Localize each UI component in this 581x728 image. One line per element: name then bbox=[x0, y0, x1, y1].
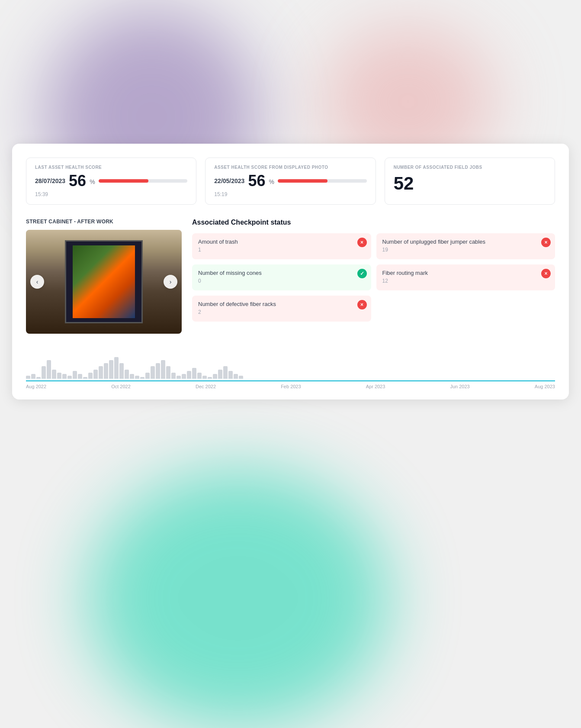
timeline-bar bbox=[125, 370, 129, 379]
chevron-left-icon: ‹ bbox=[36, 278, 39, 285]
last-health-progress-fill bbox=[99, 179, 148, 183]
timeline-labels: Aug 2022 Oct 2022 Dec 2022 Feb 2023 Apr … bbox=[26, 384, 555, 389]
checkpoint-item-cones: Number of missing cones 0 ✓ bbox=[192, 264, 371, 290]
last-health-score-card: LAST ASSET HEALTH SCORE 28/07/2023 56 % … bbox=[26, 158, 196, 205]
timeline-bar bbox=[114, 357, 119, 379]
last-health-value-row: 28/07/2023 56 % bbox=[35, 173, 187, 189]
displayed-photo-value-row: 22/05/2023 56 % bbox=[214, 173, 366, 189]
timeline-bar bbox=[62, 374, 67, 379]
checkpoint-cones-badge: ✓ bbox=[357, 269, 367, 278]
timeline-bar bbox=[171, 373, 176, 379]
last-health-date: 28/07/2023 bbox=[35, 177, 65, 184]
timeline-bar bbox=[228, 371, 233, 379]
timeline-bar bbox=[213, 374, 217, 379]
timeline-bar bbox=[67, 376, 72, 379]
checkpoint-cones-value: 0 bbox=[198, 278, 365, 284]
checkpoint-panel: Associated Checkpoint status Amount of t… bbox=[192, 219, 555, 334]
last-health-time: 15:39 bbox=[35, 191, 187, 197]
checkpoint-cones-label: Number of missing cones bbox=[198, 270, 365, 276]
checkpoint-trash-value: 1 bbox=[198, 247, 365, 253]
displayed-photo-score: 56 bbox=[248, 173, 265, 189]
checkpoint-item-unplugged: Number of unplugged fiber jumper cables … bbox=[376, 233, 555, 259]
last-health-percent: % bbox=[90, 178, 95, 185]
timeline-bar bbox=[93, 370, 98, 379]
last-health-progress bbox=[99, 179, 188, 183]
timeline-bar bbox=[161, 360, 165, 379]
timeline-bar bbox=[104, 363, 108, 379]
timeline-bar bbox=[166, 366, 170, 379]
last-health-label: LAST ASSET HEALTH SCORE bbox=[35, 165, 187, 170]
photo-carousel: ‹ › bbox=[26, 230, 182, 334]
timeline-bar bbox=[202, 376, 207, 379]
timeline-bar bbox=[208, 377, 212, 379]
timeline-bar bbox=[57, 373, 61, 379]
checkpoint-item-trash: Amount of trash 1 × bbox=[192, 233, 371, 259]
field-jobs-label: NUMBER OF ASSOCIATED FIELD JOBS bbox=[394, 165, 546, 170]
timeline-bar bbox=[31, 374, 35, 379]
displayed-photo-percent: % bbox=[269, 178, 274, 185]
field-jobs-card: NUMBER OF ASSOCIATED FIELD JOBS 52 bbox=[385, 158, 555, 205]
score-cards-row: LAST ASSET HEALTH SCORE 28/07/2023 56 % … bbox=[26, 158, 555, 205]
main-card: LAST ASSET HEALTH SCORE 28/07/2023 56 % … bbox=[12, 144, 569, 399]
checkpoint-unplugged-label: Number of unplugged fiber jumper cables bbox=[382, 238, 549, 245]
content-area: STREET CABINET - AFTER WORK ‹ › Associat… bbox=[26, 219, 555, 334]
timeline-line bbox=[26, 380, 555, 381]
timeline-bar bbox=[73, 371, 77, 379]
checkpoint-routing-label: Fiber routing mark bbox=[382, 270, 549, 276]
timeline-bar bbox=[83, 377, 87, 379]
timeline-label-aug2022: Aug 2022 bbox=[26, 384, 46, 389]
checkpoint-fiber-racks-label: Number of defective fiber racks bbox=[198, 301, 365, 307]
timeline-chart bbox=[26, 353, 555, 379]
timeline-label-apr2023: Apr 2023 bbox=[366, 384, 385, 389]
timeline-bar bbox=[197, 373, 202, 379]
timeline-label-jun2023: Jun 2023 bbox=[450, 384, 469, 389]
displayed-photo-progress bbox=[278, 179, 367, 183]
checkpoint-fiber-racks-badge: × bbox=[357, 300, 367, 309]
carousel-prev-button[interactable]: ‹ bbox=[30, 275, 44, 289]
displayed-photo-progress-fill bbox=[278, 179, 327, 183]
timeline-label-oct2022: Oct 2022 bbox=[111, 384, 131, 389]
timeline-bar bbox=[26, 376, 30, 379]
cabinet-photo bbox=[26, 230, 182, 334]
checkpoint-item-routing: Fiber routing mark 12 × bbox=[376, 264, 555, 290]
checkpoint-unplugged-value: 19 bbox=[382, 247, 549, 253]
timeline-bar bbox=[99, 366, 103, 379]
timeline-bar bbox=[192, 368, 196, 379]
bg-blob-teal bbox=[87, 468, 389, 728]
timeline-label-aug2023: Aug 2023 bbox=[535, 384, 555, 389]
timeline-bar bbox=[135, 376, 139, 379]
timeline-bar bbox=[223, 366, 228, 379]
checkpoint-fiber-racks-value: 2 bbox=[198, 309, 365, 315]
timeline-bar bbox=[156, 363, 160, 379]
last-health-score: 56 bbox=[69, 173, 86, 189]
photo-panel-title: STREET CABINET - AFTER WORK bbox=[26, 219, 182, 225]
timeline-bar bbox=[187, 371, 191, 379]
timeline: Aug 2022 Oct 2022 Dec 2022 Feb 2023 Apr … bbox=[26, 346, 555, 389]
timeline-bar bbox=[218, 370, 222, 379]
timeline-bar bbox=[109, 360, 113, 379]
carousel-next-button[interactable]: › bbox=[164, 275, 177, 289]
timeline-label-dec2022: Dec 2022 bbox=[196, 384, 216, 389]
displayed-photo-score-card: ASSET HEALTH SCORE FROM DISPLAYED PHOTO … bbox=[205, 158, 376, 205]
timeline-bar bbox=[36, 377, 41, 379]
displayed-photo-label: ASSET HEALTH SCORE FROM DISPLAYED PHOTO bbox=[214, 165, 366, 170]
timeline-bar bbox=[52, 370, 56, 379]
checkpoint-unplugged-badge: × bbox=[541, 238, 551, 247]
checkpoint-title: Associated Checkpoint status bbox=[192, 219, 555, 226]
timeline-bar bbox=[42, 366, 46, 379]
field-jobs-count: 52 bbox=[394, 173, 546, 194]
timeline-bar bbox=[119, 363, 124, 379]
timeline-bar bbox=[234, 374, 238, 379]
timeline-bar bbox=[151, 366, 155, 379]
photo-panel: STREET CABINET - AFTER WORK ‹ › bbox=[26, 219, 182, 334]
checkpoint-trash-label: Amount of trash bbox=[198, 238, 365, 245]
displayed-photo-time: 15:19 bbox=[214, 191, 366, 197]
timeline-label-feb2023: Feb 2023 bbox=[281, 384, 301, 389]
checkpoint-grid: Amount of trash 1 × Number of unplugged … bbox=[192, 233, 555, 322]
timeline-bar bbox=[239, 376, 243, 379]
timeline-bar bbox=[145, 373, 150, 379]
timeline-bar bbox=[78, 374, 82, 379]
checkpoint-routing-value: 12 bbox=[382, 278, 549, 284]
timeline-bar bbox=[47, 360, 51, 379]
timeline-bar bbox=[140, 377, 144, 379]
